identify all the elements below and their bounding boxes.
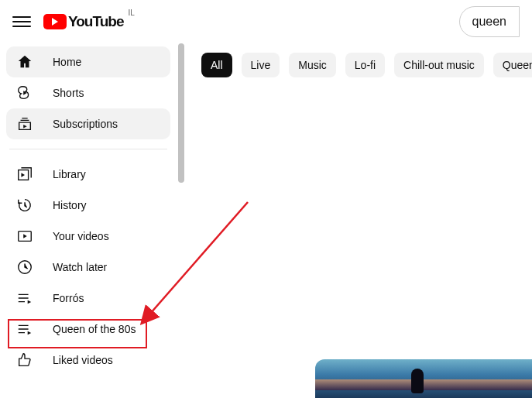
chip-chill-out[interactable]: Chill-out music: [394, 53, 484, 77]
logo[interactable]: YouTube IL: [43, 13, 135, 30]
main-content: All Live Music Lo-fi Chill-out music Que…: [186, 43, 532, 398]
chip-label: Lo-fi: [355, 59, 376, 71]
search-input-value: queen: [472, 15, 507, 29]
logo-country-code: IL: [128, 9, 134, 17]
sidebar-item-playlist-queen-80s[interactable]: Queen of the 80s: [6, 314, 170, 345]
sidebar-item-label: Shorts: [53, 87, 84, 99]
sidebar-item-label: Subscriptions: [53, 118, 118, 130]
sidebar-item-label: Queen of the 80s: [53, 323, 136, 335]
sidebar-item-label: Library: [53, 168, 86, 180]
chip-label: Queen: [503, 59, 532, 71]
home-icon: [15, 53, 34, 71]
sidebar-item-subscriptions[interactable]: Subscriptions: [6, 108, 170, 139]
sidebar-item-liked-videos[interactable]: Liked videos: [6, 345, 170, 376]
chip-label: Live: [251, 59, 271, 71]
library-icon: [15, 165, 34, 184]
sidebar-item-label: Forrós: [53, 292, 84, 304]
divider: [9, 149, 167, 149]
chip-all[interactable]: All: [201, 53, 232, 77]
sidebar-item-library[interactable]: Library: [6, 159, 170, 190]
your-videos-icon: [15, 227, 34, 245]
sidebar-item-shorts[interactable]: Shorts: [6, 77, 170, 108]
sidebar-item-your-videos[interactable]: Your videos: [6, 221, 170, 252]
chip-label: All: [211, 59, 223, 71]
sidebar-item-watch-later[interactable]: Watch later: [6, 252, 170, 283]
sidebar-item-label: Home: [53, 56, 81, 68]
clock-icon: [15, 258, 34, 276]
playlist-icon: [15, 320, 34, 338]
header: YouTube IL queen: [0, 0, 532, 43]
chip-live[interactable]: Live: [242, 53, 280, 77]
chip-lofi[interactable]: Lo-fi: [345, 53, 385, 77]
sidebar-item-label: History: [53, 199, 87, 211]
video-thumbnail[interactable]: [315, 359, 532, 398]
logo-text: YouTube: [68, 13, 123, 30]
chip-label: Music: [298, 59, 327, 71]
sidebar-item-home[interactable]: Home: [6, 46, 170, 77]
history-icon: [15, 196, 34, 214]
shorts-icon: [15, 84, 34, 102]
sidebar-item-label: Liked videos: [53, 354, 113, 366]
sidebar: Home Shorts Subscriptions Library: [0, 43, 177, 398]
search-input[interactable]: queen: [459, 6, 520, 37]
sidebar-item-playlist-forros[interactable]: Forrós: [6, 283, 170, 314]
scrollbar-thumb[interactable]: [178, 43, 184, 183]
menu-icon[interactable]: [12, 12, 31, 31]
youtube-play-icon: [43, 14, 67, 29]
thumbs-up-icon: [15, 351, 34, 369]
playlist-icon: [15, 289, 34, 307]
chip-label: Chill-out music: [403, 59, 475, 71]
chip-music[interactable]: Music: [289, 53, 336, 77]
chip-queen[interactable]: Queen: [493, 53, 532, 77]
subscriptions-icon: [15, 115, 34, 133]
sidebar-item-history[interactable]: History: [6, 190, 170, 221]
sidebar-item-label: Your videos: [53, 230, 109, 242]
sidebar-scrollbar[interactable]: [177, 43, 186, 398]
filter-chip-row: All Live Music Lo-fi Chill-out music Que…: [201, 53, 532, 77]
sidebar-item-label: Watch later: [53, 261, 107, 273]
